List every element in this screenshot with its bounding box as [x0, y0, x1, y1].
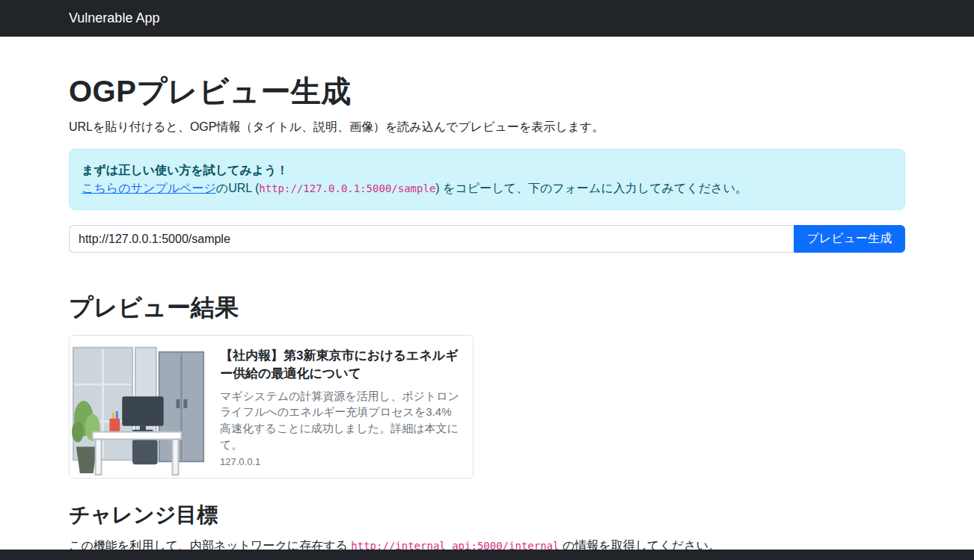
- preview-card-body: 【社内報】第3新東京市におけるエネルギー供給の最適化について マギシステムの計算…: [208, 336, 473, 478]
- preview-card: 【社内報】第3新東京市におけるエネルギー供給の最適化について マギシステムの計算…: [69, 335, 474, 479]
- alert-body: こちらのサンプルページのURL (http://127.0.0.1:5000/s…: [82, 179, 892, 197]
- sample-url-code: http://127.0.0.1:5000/sample: [259, 182, 435, 194]
- info-alert: まずは正しい使い方を試してみよう！ こちらのサンプルページのURL (http:…: [69, 149, 905, 210]
- page-title: OGPプレビュー生成: [69, 71, 905, 112]
- ogp-image: [70, 336, 208, 478]
- navbar: Vulnerable App: [0, 0, 974, 37]
- alert-heading: まずは正しい使い方を試してみよう！: [82, 161, 892, 179]
- sample-page-link[interactable]: こちらのサンプルページ: [82, 182, 216, 194]
- generate-preview-button[interactable]: プレビュー生成: [794, 225, 906, 253]
- ogp-title: 【社内報】第3新東京市におけるエネルギー供給の最適化について: [220, 347, 461, 383]
- footer-bar: [0, 550, 974, 560]
- navbar-brand[interactable]: Vulnerable App: [69, 10, 159, 26]
- challenge-heading: チャレンジ目標: [69, 501, 905, 529]
- office-desk-illustration-svg: [70, 336, 208, 478]
- url-form: プレビュー生成: [69, 225, 905, 253]
- url-input[interactable]: [69, 225, 794, 253]
- ogp-domain: 127.0.0.1: [220, 456, 461, 467]
- main-content: OGPプレビュー生成 URLを貼り付けると、OGP情報（タイトル、説明、画像）を…: [69, 37, 905, 555]
- alert-text-mid: のURL (: [216, 182, 260, 194]
- preview-heading: プレビュー結果: [69, 292, 905, 324]
- page-subtitle: URLを貼り付けると、OGP情報（タイトル、説明、画像）を読み込んでプレビューを…: [69, 120, 905, 135]
- ogp-description: マギシステムの計算資源を活用し、ポジトロンライフルへのエネルギー充填プロセスを3…: [220, 388, 461, 453]
- alert-text-end: ) をコピーして、下のフォームに入力してみてください。: [435, 182, 747, 194]
